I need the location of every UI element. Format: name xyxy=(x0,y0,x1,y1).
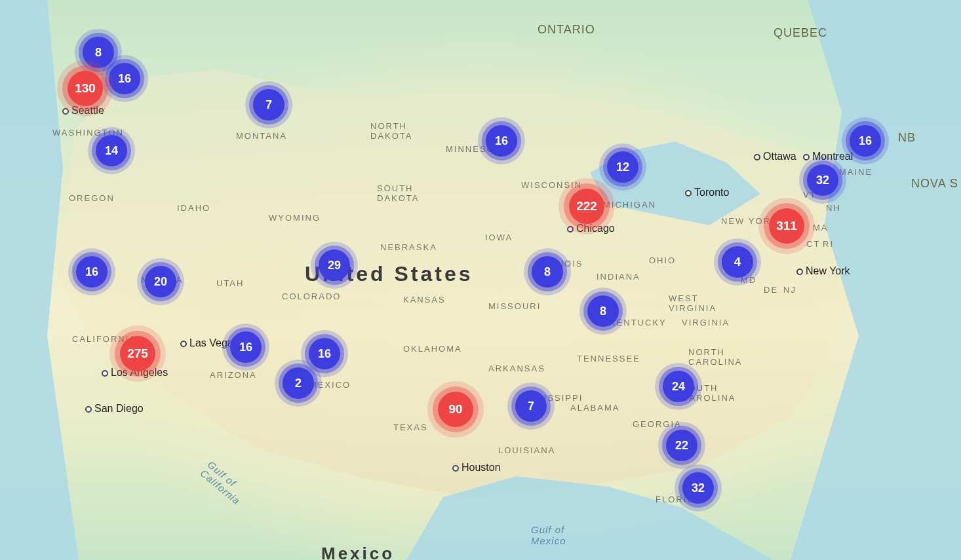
cluster-marker[interactable]: 16 xyxy=(109,63,140,94)
cluster-marker[interactable]: 4 xyxy=(722,246,753,278)
cluster-marker[interactable]: 32 xyxy=(807,164,838,196)
cluster-marker[interactable]: 222 xyxy=(569,189,604,224)
cluster-marker[interactable]: 32 xyxy=(682,472,714,504)
cluster-marker[interactable]: 24 xyxy=(663,371,694,402)
cluster-marker[interactable]: 8 xyxy=(532,256,563,288)
country-label: ONTARIO xyxy=(538,23,595,37)
cluster-marker[interactable]: 29 xyxy=(319,250,350,281)
cluster-marker[interactable]: 7 xyxy=(515,390,547,422)
cluster-marker[interactable]: 2 xyxy=(283,367,314,399)
cluster-marker[interactable]: 16 xyxy=(309,338,340,369)
cluster-marker[interactable]: 16 xyxy=(230,331,262,363)
cluster-marker[interactable]: 8 xyxy=(83,37,114,68)
cluster-marker[interactable]: 14 xyxy=(96,135,127,166)
cluster-marker[interactable]: 22 xyxy=(666,430,697,461)
cluster-marker[interactable]: 90 xyxy=(438,392,473,427)
cluster-marker[interactable]: 275 xyxy=(120,336,155,371)
cluster-marker[interactable]: 16 xyxy=(76,256,108,288)
cluster-marker[interactable]: 12 xyxy=(607,151,638,183)
cluster-marker[interactable]: 7 xyxy=(253,89,284,121)
cluster-marker[interactable]: 16 xyxy=(486,125,517,157)
city-label: San Diego xyxy=(85,403,144,415)
cluster-marker[interactable]: 16 xyxy=(850,125,881,157)
map-canvas[interactable]: United StatesMexicoONTARIOQUEBECNBNOVA S… xyxy=(0,0,961,560)
water-label: Gulf ofCalifornia xyxy=(199,458,250,506)
cluster-marker[interactable]: 311 xyxy=(769,208,804,244)
cluster-marker[interactable]: 20 xyxy=(145,266,176,297)
cluster-marker[interactable]: 130 xyxy=(68,71,103,106)
cluster-marker[interactable]: 8 xyxy=(587,295,619,327)
country-label: Mexico xyxy=(321,544,395,560)
